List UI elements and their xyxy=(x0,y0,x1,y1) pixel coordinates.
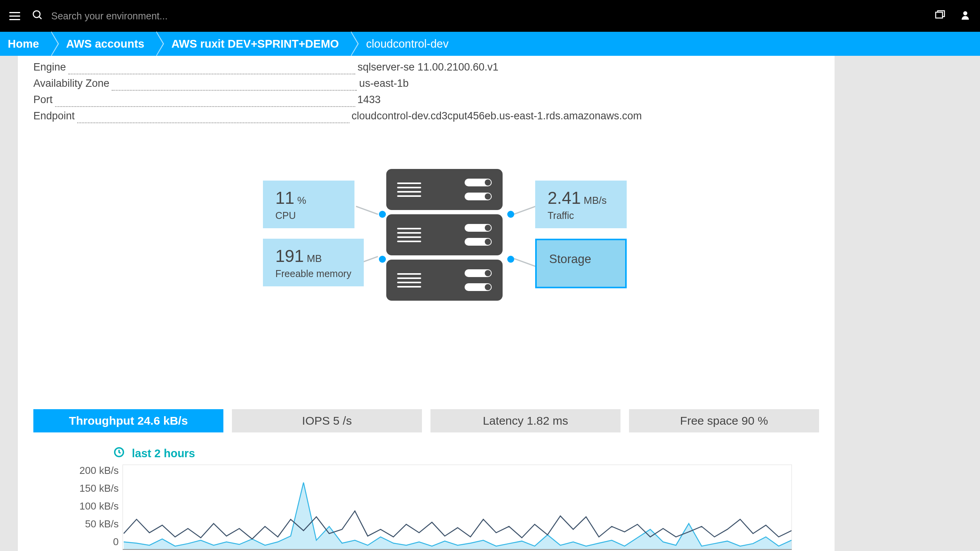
connector-dot xyxy=(379,211,386,218)
tab-label: Free space 90 % xyxy=(680,414,768,427)
prop-label: Availability Zone xyxy=(33,77,109,90)
breadcrumb-aws-accounts[interactable]: AWS accounts xyxy=(51,32,156,56)
metric-tile-cpu[interactable]: 11 % CPU xyxy=(263,181,354,228)
breadcrumb: Home AWS accounts AWS ruxit DEV+SPRINT+D… xyxy=(0,32,980,56)
breadcrumb-label: cloudcontrol-dev xyxy=(366,38,449,50)
breadcrumb-label: Home xyxy=(8,38,39,50)
svg-point-0 xyxy=(33,11,40,18)
breadcrumb-home[interactable]: Home xyxy=(0,32,51,56)
connector-dot xyxy=(379,256,386,263)
connector-line xyxy=(356,206,378,215)
y-tick-label: 0 xyxy=(57,536,119,548)
clock-icon xyxy=(113,446,125,461)
metric-tile-memory[interactable]: 191 MB Freeable memory xyxy=(263,239,364,286)
metric-tile-traffic[interactable]: 2.41 MB/s Traffic xyxy=(535,181,627,228)
connector-line xyxy=(514,206,536,215)
tab-label: Throughput 24.6 kB/s xyxy=(69,414,188,427)
tile-unit: MB/s xyxy=(584,195,607,206)
prop-label: Endpoint xyxy=(33,110,75,122)
y-tick-label: 150 kB/s xyxy=(57,482,119,494)
svg-rect-2 xyxy=(936,12,943,18)
global-search xyxy=(32,9,923,22)
svg-point-3 xyxy=(963,11,968,15)
prop-row-port: Port 1433 xyxy=(33,94,819,110)
prop-value-az: us-east-1b xyxy=(359,77,409,90)
throughput-chart: 200 kB/s150 kB/s100 kB/s50 kB/s0 15:3015… xyxy=(57,465,819,551)
y-tick-label: 100 kB/s xyxy=(57,500,119,512)
tile-value: 2.41 xyxy=(548,188,581,207)
tab-iops[interactable]: IOPS 5 /s xyxy=(232,409,422,432)
metric-tabs: Throughput 24.6 kB/s IOPS 5 /s Latency 1… xyxy=(33,409,819,432)
server-icon xyxy=(386,214,503,255)
prop-label: Port xyxy=(33,94,53,106)
y-tick-label: 50 kB/s xyxy=(57,518,119,530)
prop-label: Engine xyxy=(33,61,66,73)
prop-row-engine: Engine sqlserver-se 11.00.2100.60.v1 xyxy=(33,61,819,77)
prop-row-az: Availability Zone us-east-1b xyxy=(33,77,819,94)
prop-value-port: 1433 xyxy=(358,94,381,106)
resource-infographic: 11 % CPU 191 MB Freeable memory 2.41 MB/… xyxy=(33,157,819,386)
tile-value: 11 xyxy=(275,188,294,207)
prop-value-endpoint: cloudcontrol-dev.cd3cput456eb.us-east-1.… xyxy=(352,110,642,122)
metric-tile-storage[interactable]: Storage xyxy=(535,239,627,288)
tab-free-space[interactable]: Free space 90 % xyxy=(629,409,819,432)
breadcrumb-label: AWS accounts xyxy=(66,38,144,50)
topbar-right-icons xyxy=(934,9,971,22)
tab-latency[interactable]: Latency 1.82 ms xyxy=(430,409,620,432)
chart-canvas[interactable] xyxy=(123,465,792,550)
tile-label: CPU xyxy=(275,210,342,221)
svg-line-1 xyxy=(39,17,41,19)
tab-label: Latency 1.82 ms xyxy=(483,414,568,427)
breadcrumb-current: cloudcontrol-dev xyxy=(351,32,460,56)
server-stack-graphic xyxy=(386,169,503,301)
search-input[interactable] xyxy=(51,10,245,22)
user-icon[interactable] xyxy=(960,10,971,22)
tab-label: IOPS 5 /s xyxy=(302,414,352,427)
connector-line xyxy=(514,258,536,267)
global-top-bar xyxy=(0,0,980,32)
y-tick-label: 200 kB/s xyxy=(57,465,119,476)
tile-value: 191 xyxy=(275,246,304,265)
breadcrumb-aws-ruxit[interactable]: AWS ruxit DEV+SPRINT+DEMO xyxy=(156,32,351,56)
time-range-label: last 2 hours xyxy=(132,447,195,460)
chart-y-axis: 200 kB/s150 kB/s100 kB/s50 kB/s0 xyxy=(57,465,119,548)
resource-properties: Engine sqlserver-se 11.00.2100.60.v1 Ava… xyxy=(33,56,819,126)
connector-dot xyxy=(507,211,514,218)
tab-throughput[interactable]: Throughput 24.6 kB/s xyxy=(33,409,223,432)
main-panel: Engine sqlserver-se 11.00.2100.60.v1 Ava… xyxy=(18,56,835,551)
breadcrumb-label: AWS ruxit DEV+SPRINT+DEMO xyxy=(171,38,339,50)
prop-row-endpoint: Endpoint cloudcontrol-dev.cd3cput456eb.u… xyxy=(33,110,819,126)
tile-unit: % xyxy=(297,195,306,206)
connector-dot xyxy=(507,256,514,263)
prop-value-engine: sqlserver-se 11.00.2100.60.v1 xyxy=(358,61,498,73)
server-icon xyxy=(386,260,503,301)
search-icon xyxy=(32,9,43,22)
tile-label: Storage xyxy=(549,252,613,266)
server-icon xyxy=(386,169,503,210)
tile-label: Freeable memory xyxy=(275,268,351,279)
tile-label: Traffic xyxy=(548,210,614,221)
time-range-selector[interactable]: last 2 hours xyxy=(113,446,819,461)
windows-icon[interactable] xyxy=(934,9,946,22)
tile-unit: MB xyxy=(307,253,322,264)
menu-hamburger-icon[interactable] xyxy=(9,12,20,20)
